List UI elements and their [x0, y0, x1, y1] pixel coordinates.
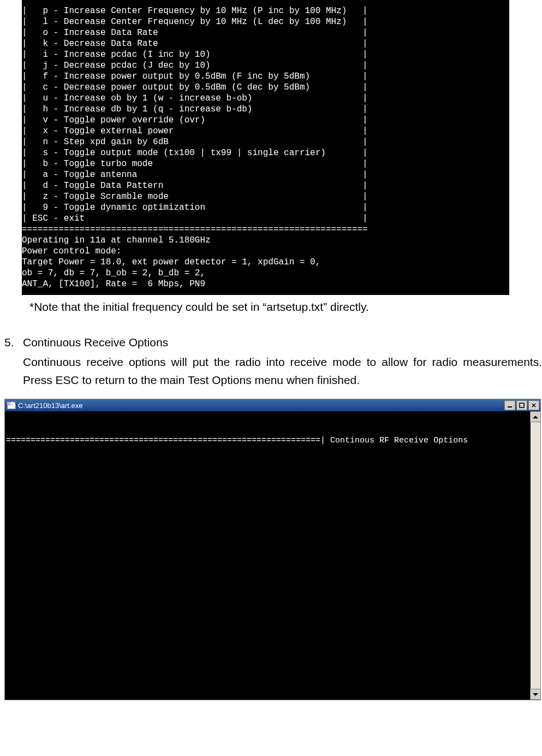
console-window: C:\art210b13\art.exe ===================…: [4, 399, 541, 700]
terminal-line: | s - Toggle output mode (tx100 | tx99 |…: [22, 147, 509, 158]
cmd-icon: [7, 401, 16, 409]
terminal-line: ob = 7, db = 7, b_ob = 2, b_db = 2,: [22, 268, 509, 279]
scrollbar[interactable]: [531, 411, 540, 700]
terminal-output-receive: ========================================…: [5, 411, 540, 700]
terminal-line: | b - Toggle turbo mode |: [22, 158, 509, 169]
svg-rect-1: [520, 403, 524, 407]
terminal-line: | a - Toggle antenna |: [22, 169, 509, 180]
svg-rect-0: [508, 406, 512, 407]
triangle-down-icon: [533, 693, 538, 696]
terminal-line: | i - Increase pcdac (I inc by 10) |: [22, 49, 509, 60]
terminal-line: ANT_A, [TX100], Rate = 6 Mbps, PN9: [22, 279, 509, 290]
maximize-button[interactable]: [516, 400, 527, 410]
window-title: C:\art210b13\art.exe: [6, 401, 83, 410]
terminal-line: | o - Increase Data Rate |: [22, 27, 509, 38]
terminal-line: | Continous RF Receive Options |: [320, 436, 540, 445]
terminal-line: | v - Toggle power override (ovr) |: [22, 115, 509, 126]
triangle-up-icon: [533, 416, 538, 418]
section-heading: Continuous Receive Options: [23, 336, 542, 349]
window-buttons: [504, 400, 539, 410]
terminal-line: ========================================…: [6, 436, 320, 445]
minimize-button[interactable]: [504, 400, 515, 410]
terminal-line: | h - Increase db by 1 (q - increase b-d…: [22, 104, 509, 115]
note-text: *Note that the initial frequency could b…: [29, 299, 542, 314]
terminal-line: | k - Decrease Data Rate |: [22, 38, 509, 49]
window-title-text: C:\art210b13\art.exe: [18, 401, 83, 410]
section-body: Continuous receive options will put the …: [23, 353, 542, 389]
terminal-line: | ESC - exit |: [22, 213, 509, 224]
terminal-output-transmit: | p - Increase Center Frequency by 10 MH…: [22, 0, 509, 295]
scroll-down-button[interactable]: [530, 689, 540, 700]
scroll-up-button[interactable]: [530, 411, 540, 422]
section-number: 5.: [4, 336, 14, 349]
terminal-line: | 9 - Toggle dynamic optimization |: [22, 202, 509, 213]
terminal-line: Target Power = 18.0, ext power detector …: [22, 257, 509, 268]
terminal-line: | l - Decrease Center Frequency by 10 MH…: [22, 16, 509, 27]
close-button[interactable]: [528, 400, 539, 410]
terminal-line: Operating in 11a at channel 5.180GHz: [22, 235, 509, 246]
window-titlebar: C:\art210b13\art.exe: [5, 399, 540, 411]
terminal-line: | j - Decrease pcdac (J dec by 10) |: [22, 60, 509, 71]
scroll-track[interactable]: [531, 422, 540, 689]
terminal-line: | x - Toggle external power |: [22, 126, 509, 137]
terminal-line: | n - Step xpd gain by 6dB |: [22, 137, 509, 147]
terminal-line: | c - Decrease power output by 0.5dBm (C…: [22, 82, 509, 93]
terminal-line: Power control mode:: [22, 246, 509, 257]
terminal-line: | z - Toggle Scramble mode |: [22, 191, 509, 202]
terminal-line: | p - Increase Center Frequency by 10 MH…: [22, 5, 509, 16]
terminal-line: | u - Increase ob by 1 (w - increase b-o…: [22, 93, 509, 104]
terminal-line: ========================================…: [22, 224, 509, 235]
terminal-line: | f - Increase power output by 0.5dBm (F…: [22, 71, 509, 82]
terminal-line: | d - Toggle Data Pattern |: [22, 180, 509, 191]
